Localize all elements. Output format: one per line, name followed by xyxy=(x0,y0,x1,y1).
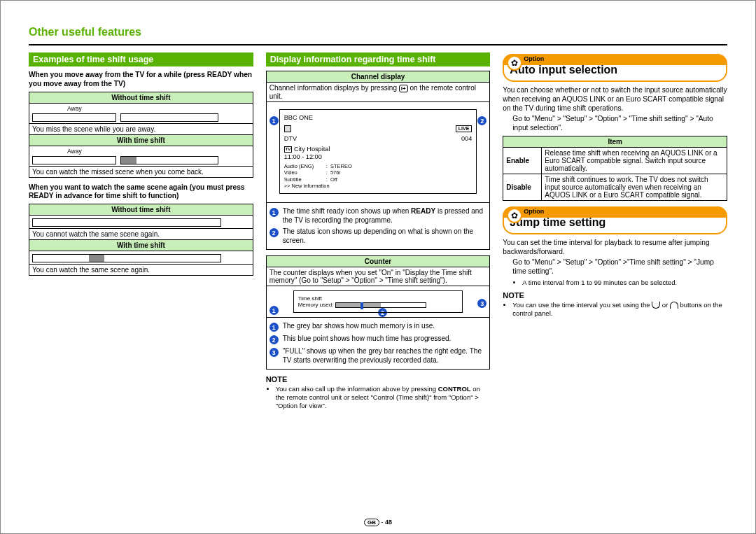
option-box: Option ✿ Auto input selection xyxy=(503,54,727,82)
jump-back-icon xyxy=(652,302,660,309)
gb-badge: GB xyxy=(364,519,379,526)
td: 1 The time shift ready icon shows up whe… xyxy=(266,203,490,250)
page-number: 48 xyxy=(385,519,392,526)
source-label: DTV xyxy=(284,135,297,143)
td: Release time shift when receiving an AQU… xyxy=(542,147,727,174)
label: Audio (ENG) xyxy=(284,163,326,169)
diagram-cell xyxy=(29,251,253,265)
channel-name: BBC ONE xyxy=(284,114,472,122)
th: Item xyxy=(503,136,727,147)
text: Channel information displays by pressing xyxy=(270,84,399,92)
th: Without time shift xyxy=(29,204,253,216)
callout-2-icon: 2 xyxy=(270,335,279,344)
table-item: Item Enable Release time shift when rece… xyxy=(503,136,727,201)
away-label: Away xyxy=(67,148,250,155)
bar xyxy=(32,156,116,164)
memory-bar xyxy=(335,302,426,308)
td: You miss the scene while you are away. xyxy=(29,123,253,134)
callout-1-icon: 1 xyxy=(270,208,279,217)
th: Channel display xyxy=(266,71,490,83)
text: "FULL" shows up when the grey bar reache… xyxy=(283,347,487,365)
diagram-cell: Away xyxy=(29,103,253,123)
label: Subtitle xyxy=(284,176,326,183)
column-2: Display information regarding time shift… xyxy=(266,52,491,413)
bar xyxy=(120,113,218,122)
diagram-cell xyxy=(29,216,253,229)
callout-1-icon: 1 xyxy=(270,323,279,332)
gear-icon: ✿ xyxy=(507,208,522,223)
info-plus-icon: i+ xyxy=(399,85,408,92)
label: Video xyxy=(284,169,326,176)
th: Without time shift xyxy=(29,92,253,103)
label: Time shift xyxy=(298,295,458,302)
table-timeshift-2: Without time shift You cannot watch the … xyxy=(29,204,253,276)
divider xyxy=(29,44,727,45)
th: Counter xyxy=(266,256,490,267)
bar xyxy=(32,218,221,227)
programme-name: City Hospital xyxy=(294,146,330,153)
value: 576i xyxy=(330,169,340,176)
ready-icon xyxy=(284,125,291,132)
callout-2-icon: 2 xyxy=(477,116,486,125)
callout-3-icon: 3 xyxy=(270,348,279,357)
callout-3-icon: 3 xyxy=(477,299,486,308)
jump-fwd-icon xyxy=(670,302,678,309)
bar xyxy=(32,254,221,262)
option-title: Auto input selection xyxy=(510,64,720,76)
programme-time: 11:00 - 12:00 xyxy=(284,153,472,162)
table-channel-display: Channel display Channel information disp… xyxy=(266,71,491,250)
tv-rating-icon: TV xyxy=(284,146,293,153)
text: Go to "Menu" > "Setup" > "Option" >"Time… xyxy=(503,258,727,276)
intro-text: When you want to watch the same scene ag… xyxy=(29,183,253,202)
td: Time shift continues to work. The TV doe… xyxy=(542,174,727,200)
td: 1The grey bar shows how much memory is i… xyxy=(266,318,490,370)
bar xyxy=(120,156,218,164)
td: You can watch the same scene again. xyxy=(29,265,253,276)
text: Go to "Menu" > "Setup" > "Option" > "Tim… xyxy=(503,115,727,133)
progress-dot xyxy=(360,302,363,309)
td: You cannot watch the same scene again. xyxy=(29,229,253,240)
live-badge: LIVE xyxy=(456,125,472,133)
text: You can choose whether or not to switch … xyxy=(503,86,727,113)
td: 1 2 BBC ONE LIVE DTV 004 xyxy=(266,102,490,203)
counter-box: Time shift Memory used: xyxy=(293,290,463,313)
td: The counter displays when you set "On" i… xyxy=(266,267,490,286)
th: With time shift xyxy=(29,240,253,251)
section-heading: Display information regarding time shift xyxy=(266,52,491,66)
table-timeshift-1: Without time shift Away You miss the sce… xyxy=(29,92,253,178)
away-label: Away xyxy=(67,105,250,112)
note-item: You can also call up the information abo… xyxy=(276,385,491,410)
channel-number: 004 xyxy=(461,135,472,143)
td: Disable xyxy=(503,174,542,200)
value: Off xyxy=(330,176,337,183)
option-title: Jump time setting xyxy=(510,216,720,229)
td: You can watch the missed scene when you … xyxy=(29,166,253,177)
note-heading: NOTE xyxy=(503,291,727,300)
note-heading: NOTE xyxy=(266,375,491,384)
bar xyxy=(32,113,116,122)
table-counter: Counter The counter displays when you se… xyxy=(266,255,491,370)
td: Channel information displays by pressing… xyxy=(266,83,490,102)
intro-text: When you move away from the TV for a whi… xyxy=(29,71,253,89)
text: The time shift ready icon shows up when … xyxy=(283,207,487,225)
page-title: Other useful features xyxy=(29,26,727,38)
section-heading: Examples of time shift usage xyxy=(29,52,253,66)
option-tag: Option xyxy=(503,54,727,65)
callout-1-icon: 1 xyxy=(270,306,279,315)
label: Memory used: xyxy=(298,302,334,308)
bullet-item: A time interval from 1 to 99 minutes can… xyxy=(522,279,727,287)
column-3: Option ✿ Auto input selection You can ch… xyxy=(503,52,727,413)
value: STEREO xyxy=(330,163,352,169)
callout-2-icon: 2 xyxy=(270,228,279,237)
new-info-label: >> New information xyxy=(284,183,472,189)
text: This blue point shows how much time has … xyxy=(283,335,487,344)
callout-1-icon: 1 xyxy=(270,116,279,125)
column-1: Examples of time shift usage When you mo… xyxy=(29,52,253,413)
text: The grey bar shows how much memory is in… xyxy=(283,322,487,332)
diagram-cell: Away xyxy=(29,146,253,166)
td: Enable xyxy=(503,147,542,174)
channel-info-box: BBC ONE LIVE DTV 004 TV City xyxy=(279,109,477,194)
text: You can set the time interval for playba… xyxy=(503,239,727,257)
td: 1 3 2 Time shift Memory used: xyxy=(266,286,490,318)
th: With time shift xyxy=(29,134,253,146)
